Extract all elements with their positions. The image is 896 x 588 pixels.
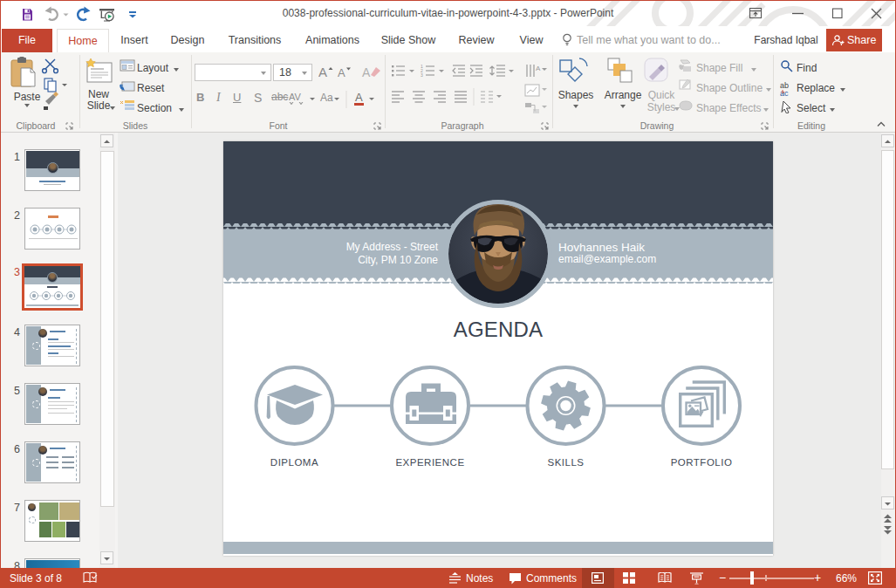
svg-text:City, PM 10 Zone: City, PM 10 Zone bbox=[358, 254, 438, 266]
svg-text:EXPERIENCE: EXPERIENCE bbox=[395, 457, 464, 468]
svg-text:Aa: Aa bbox=[320, 92, 333, 104]
svg-text:A: A bbox=[362, 65, 371, 79]
svg-text:My Address - Street: My Address - Street bbox=[346, 241, 439, 253]
svg-text:AV: AV bbox=[289, 92, 302, 102]
svg-text:PORTFOLIO: PORTFOLIO bbox=[671, 457, 733, 468]
svg-text:A: A bbox=[355, 91, 363, 104]
svg-text:A: A bbox=[536, 65, 541, 72]
svg-text:AGENDA: AGENDA bbox=[454, 318, 544, 341]
svg-text:A: A bbox=[338, 66, 345, 79]
svg-text:Hovhannes Haik: Hovhannes Haik bbox=[558, 241, 645, 254]
svg-text:A: A bbox=[318, 65, 327, 79]
svg-text:3: 3 bbox=[421, 72, 423, 78]
svg-text:SKILLS: SKILLS bbox=[548, 457, 585, 468]
svg-text:ac: ac bbox=[780, 89, 789, 98]
svg-text:email@example.com: email@example.com bbox=[558, 253, 656, 265]
svg-text:DIPLOMA: DIPLOMA bbox=[270, 457, 318, 468]
